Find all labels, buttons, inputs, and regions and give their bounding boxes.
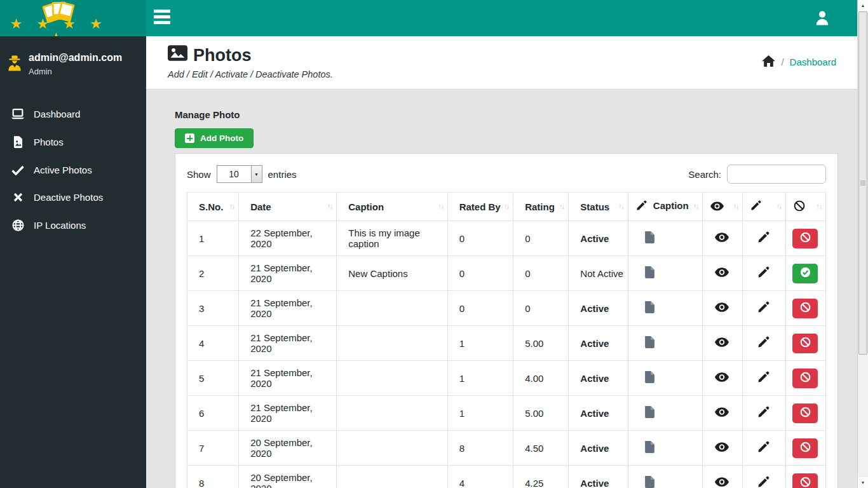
image-icon <box>168 45 187 65</box>
breadcrumb-link-dashboard[interactable]: Dashboard <box>790 57 836 67</box>
edit-photo-button[interactable] <box>756 230 771 247</box>
column-header-status[interactable]: Status <box>569 193 628 221</box>
cell-view <box>703 221 743 256</box>
search-input[interactable] <box>727 165 826 184</box>
caption-file-icon[interactable] <box>644 408 656 421</box>
edit-photo-button[interactable] <box>756 440 771 456</box>
view-photo-button[interactable] <box>714 266 730 280</box>
cell-rated-by: 1 <box>447 361 513 396</box>
toggle-status-button[interactable] <box>792 473 818 488</box>
toggle-status-button[interactable] <box>792 229 818 248</box>
column-header-rated-by[interactable]: Rated By <box>447 193 513 221</box>
page-length-select[interactable]: 10 <box>217 165 262 183</box>
cell-edit-caption <box>628 361 703 396</box>
toggle-status-button[interactable] <box>792 299 818 318</box>
search-control: Search: <box>688 165 826 184</box>
cell-rated-by: 1 <box>447 326 513 361</box>
cell-edit <box>743 326 786 361</box>
edit-photo-button[interactable] <box>756 265 771 281</box>
cell-sno: 7 <box>187 431 239 466</box>
column-header-rating[interactable]: Rating <box>513 193 569 221</box>
scroll-up-icon[interactable] <box>858 0 868 11</box>
edit-photo-button[interactable] <box>756 405 771 421</box>
view-photo-button[interactable] <box>714 406 730 420</box>
pencil-icon <box>757 410 770 420</box>
show-label: Show <box>187 169 211 180</box>
edit-photo-button[interactable] <box>756 335 771 351</box>
sidebar-item-ip-locations[interactable]: IP Locations <box>0 211 146 240</box>
eye-icon <box>715 479 729 488</box>
scroll-down-icon[interactable] <box>858 477 868 488</box>
column-header-edit-caption[interactable]: Caption <box>628 193 703 221</box>
cell-rated-by: 0 <box>447 256 513 291</box>
toggle-status-button[interactable] <box>792 334 818 353</box>
cell-toggle-status <box>786 466 826 488</box>
cell-date: 21 September, 2020 <box>239 256 337 291</box>
column-header-edit[interactable] <box>743 193 786 221</box>
view-photo-button[interactable] <box>714 336 730 350</box>
sidebar-item-dashboard[interactable]: Dashboard <box>0 100 146 128</box>
hamburger-menu-icon[interactable] <box>154 10 172 27</box>
toggle-status-button[interactable] <box>792 438 818 458</box>
caption-file-icon[interactable] <box>644 303 656 316</box>
caption-file-icon[interactable] <box>644 233 656 247</box>
sidebar-item-photos[interactable]: Photos <box>0 128 146 156</box>
breadcrumb-separator: / <box>781 57 783 67</box>
view-photo-button[interactable] <box>714 441 730 455</box>
eye-icon <box>715 444 729 454</box>
section-heading: Manage Photo <box>175 90 838 120</box>
caption-file-icon[interactable] <box>644 373 656 386</box>
caption-file-icon[interactable] <box>644 443 656 456</box>
column-header-view[interactable] <box>703 193 743 221</box>
scrollbar-thumb[interactable] <box>858 11 867 355</box>
cell-edit-caption <box>628 221 703 256</box>
scrollbar-grip <box>860 180 865 187</box>
caption-file-icon[interactable] <box>644 268 656 281</box>
cell-rated-by: 1 <box>447 396 513 431</box>
cell-rated-by: 0 <box>447 221 513 256</box>
cell-edit <box>743 431 786 466</box>
caption-file-icon[interactable] <box>644 338 656 351</box>
cell-view <box>703 361 743 396</box>
chevron-down-icon[interactable] <box>251 166 262 182</box>
pencil-icon <box>757 376 770 385</box>
cell-date: 21 September, 2020 <box>239 396 337 431</box>
column-header-deactivate[interactable] <box>786 193 826 221</box>
toggle-status-button[interactable] <box>792 264 818 283</box>
pencil-icon <box>757 341 770 350</box>
column-header-caption[interactable]: Caption <box>337 193 447 221</box>
file-image-icon <box>11 136 25 148</box>
column-header-date[interactable]: Date <box>239 193 337 221</box>
edit-photo-button[interactable] <box>756 370 771 386</box>
vertical-scrollbar[interactable] <box>857 0 868 488</box>
ban-icon <box>800 477 811 488</box>
toggle-status-button[interactable] <box>792 403 818 423</box>
sidebar-item-active-photos[interactable]: Active Photos <box>0 156 146 184</box>
cell-rating: 0 <box>513 256 569 291</box>
content-header: Photos Add / Edit / Activate / Deactivat… <box>146 36 868 90</box>
edit-photo-button[interactable] <box>756 300 771 316</box>
cell-status: Active <box>569 396 628 431</box>
app-logo[interactable]: ★ ★ ★ ★ ★ <box>0 0 146 36</box>
page-length-control: Show 10 entries <box>187 165 297 183</box>
cell-date: 21 September, 2020 <box>239 326 337 361</box>
view-photo-button[interactable] <box>714 371 730 385</box>
toggle-status-button[interactable] <box>792 369 818 388</box>
add-photo-button[interactable]: Add Photo <box>175 128 254 148</box>
home-icon[interactable] <box>762 55 775 69</box>
edit-photo-button[interactable] <box>756 475 771 488</box>
cell-date: 21 September, 2020 <box>239 291 337 326</box>
cell-rating: 0 <box>513 221 569 256</box>
photos-table-card: Show 10 entries Search: <box>175 153 838 488</box>
x-icon <box>11 193 25 202</box>
column-header-sno[interactable]: S.No. <box>187 193 239 221</box>
ban-icon <box>800 372 811 384</box>
user-account-icon[interactable] <box>815 10 829 28</box>
caption-file-icon[interactable] <box>644 478 656 488</box>
view-photo-button[interactable] <box>714 231 730 245</box>
view-photo-button[interactable] <box>714 301 730 315</box>
main-area: Photos Add / Edit / Activate / Deactivat… <box>146 0 868 488</box>
view-photo-button[interactable] <box>714 476 730 488</box>
sidebar-item-deactive-photos[interactable]: Deactive Photos <box>0 184 146 211</box>
cell-date: 21 September, 2020 <box>239 361 337 396</box>
